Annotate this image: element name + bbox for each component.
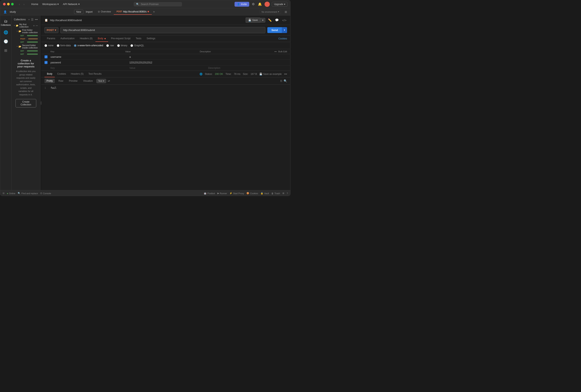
format-icon-button[interactable]: ⇌ — [108, 79, 110, 82]
body-option-none[interactable]: none — [44, 44, 54, 47]
kv-empty-desc[interactable]: Description — [208, 67, 287, 69]
kv-empty-key[interactable]: Key — [50, 67, 130, 69]
tab-body[interactable]: Body — [96, 35, 108, 42]
checkbox[interactable]: ✓ — [44, 55, 48, 58]
overview-tab[interactable]: ⊙ Overview — [95, 9, 114, 15]
tab-pre-request[interactable]: Pre-request Script — [108, 35, 133, 42]
resp-format-raw[interactable]: Raw — [56, 79, 65, 83]
sidebar-item-history[interactable]: 🕐 — [1, 38, 11, 46]
environment-selector[interactable]: No environment ▾ — [260, 10, 281, 14]
workspaces-menu-item[interactable]: Workspaces ▾ — [41, 2, 60, 6]
sidebar-item-environments[interactable]: 🌐 — [1, 28, 11, 37]
folder-second[interactable]: ▾ 📂 Second folder inside collection — [16, 44, 39, 49]
console-button[interactable]: ⊡ Console — [40, 192, 51, 195]
online-button[interactable]: ● Online — [7, 192, 15, 195]
sidebar-item-workspaces[interactable]: ⊞ — [1, 47, 11, 54]
invite-button[interactable]: 👤 Invite — [234, 2, 249, 7]
avatar[interactable] — [264, 1, 270, 7]
new-button[interactable]: New — [74, 10, 83, 14]
response-more-button[interactable]: ••• — [284, 72, 287, 76]
code-icon-button[interactable]: </> — [282, 18, 287, 22]
kv-value-cell[interactable]: 12312312312312312 — [130, 61, 208, 64]
resp-format-visualize[interactable]: Visualize — [81, 79, 95, 83]
request-item[interactable]: GET — [19, 49, 39, 52]
kv-key-cell[interactable]: password — [50, 61, 130, 64]
sidebar-dots-button[interactable]: ••• — [35, 18, 38, 21]
create-collection-button[interactable]: Create Collection — [16, 99, 36, 107]
tab-tests[interactable]: Tests — [133, 35, 144, 42]
edit-icon-button[interactable]: ✏️ — [267, 18, 272, 22]
request-item[interactable]: GET — [19, 34, 39, 37]
resp-format-preview[interactable]: Preview — [67, 79, 80, 83]
tab-settings[interactable]: Settings — [144, 35, 158, 42]
body-option-form-data[interactable]: form-data — [57, 44, 71, 47]
folder-first[interactable]: ▾ 📂 First folder inside collection — [16, 28, 39, 34]
kv-empty-value[interactable]: Value — [130, 67, 208, 69]
body-option-urlencoded[interactable]: x-www-form-urlencoded — [74, 44, 103, 47]
add-tab-button[interactable]: + — [152, 10, 156, 14]
response-text: fail — [50, 86, 56, 89]
grid-bottom-button[interactable]: ⊞ — [282, 192, 284, 195]
grid-view-button[interactable]: ⊞ — [285, 10, 287, 13]
runner-button[interactable]: ▶ Runner — [218, 192, 227, 195]
send-dropdown-button[interactable]: ▼ — [282, 27, 287, 33]
request-item[interactable]: GET — [19, 52, 39, 56]
sidebar-item-collections[interactable]: 🗂 Collections — [1, 17, 11, 28]
cookies-bottom-button[interactable]: 🍪 Cookies — [246, 192, 258, 195]
bulk-edit-label[interactable]: Bulk Edit — [278, 50, 287, 53]
tab-params[interactable]: Params — [44, 35, 58, 42]
resp-tab-test-results[interactable]: Test Results — [86, 71, 104, 77]
start-proxy-button[interactable]: ⚡ Start Proxy — [230, 192, 244, 195]
method-selector[interactable]: POST ▾ — [44, 27, 58, 33]
request-item[interactable]: GET — [19, 40, 39, 44]
send-button[interactable]: Send — [267, 27, 282, 33]
save-example-button[interactable]: 💾 Save as example — [259, 73, 282, 75]
save-dropdown-button[interactable]: ▼ — [260, 18, 265, 22]
home-menu-item[interactable]: Home — [30, 2, 40, 6]
save-button[interactable]: 💾 Save — [246, 17, 260, 23]
add-collection-button[interactable]: + — [28, 18, 30, 21]
body-option-binary[interactable]: binary — [117, 44, 128, 47]
layout-button[interactable]: ⊟ — [2, 192, 4, 195]
postbot-button[interactable]: 🤖 Postbot — [204, 192, 215, 195]
notifications-icon-button[interactable]: 🔔 — [257, 1, 262, 7]
find-replace-button[interactable]: 🔍 Find and replace — [18, 192, 38, 195]
resp-tab-cookies[interactable]: Cookies — [55, 71, 68, 77]
star-icon[interactable]: ★ — [33, 24, 35, 27]
collection-dots-button[interactable]: ••• — [36, 24, 38, 27]
cookies-link[interactable]: Cookies — [278, 37, 287, 40]
text-type-dropdown[interactable]: Text ▾ — [96, 79, 106, 83]
help-button[interactable]: ? — [287, 192, 288, 195]
maximize-button[interactable] — [11, 3, 14, 5]
import-button[interactable]: Import — [86, 10, 92, 13]
api-network-menu-item[interactable]: API Network ▾ — [61, 2, 81, 6]
search-response-button[interactable]: 🔍 — [284, 79, 287, 82]
body-option-graphql[interactable]: GraphQL — [130, 44, 144, 47]
forward-button[interactable]: › — [23, 2, 25, 6]
collection-root[interactable]: ▾ 📁 My first collection ★ ••• — [13, 23, 39, 28]
resp-tab-body[interactable]: Body — [44, 71, 55, 77]
resp-tab-headers[interactable]: Headers (5) — [68, 71, 86, 77]
search-bar[interactable]: 🔍 Search Postman — [84, 2, 232, 6]
close-button[interactable] — [3, 3, 6, 5]
resp-format-pretty[interactable]: Pretty — [44, 79, 55, 83]
search-input-wrap[interactable]: 🔍 Search Postman — [134, 2, 182, 6]
vault-button[interactable]: 🔒 Vault — [260, 192, 269, 195]
settings-icon-button[interactable]: ⚙ — [251, 1, 255, 7]
kv-value-cell[interactable]: a — [130, 55, 208, 58]
request-tab-active[interactable]: POST http://localhost:8080/s — [114, 9, 152, 15]
checkbox[interactable]: ✓ — [44, 61, 48, 64]
tab-authorization[interactable]: Authorization — [58, 35, 77, 42]
url-input[interactable] — [60, 27, 265, 33]
copy-response-button[interactable]: ⎘ — [280, 79, 282, 82]
minimize-button[interactable] — [7, 3, 10, 5]
comment-icon-button[interactable]: 💬 — [274, 18, 280, 22]
kv-key-cell[interactable]: username — [50, 55, 130, 58]
trash-button[interactable]: 🗑 Trash — [271, 192, 280, 195]
upgrade-button[interactable]: Upgrade ▾ — [272, 2, 288, 7]
body-option-raw[interactable]: raw — [106, 44, 114, 47]
back-button[interactable]: ‹ — [18, 2, 21, 6]
request-item[interactable]: POST — [19, 37, 39, 40]
tab-headers[interactable]: Headers (8) — [77, 35, 95, 42]
filter-button[interactable]: ☰ — [31, 18, 34, 21]
